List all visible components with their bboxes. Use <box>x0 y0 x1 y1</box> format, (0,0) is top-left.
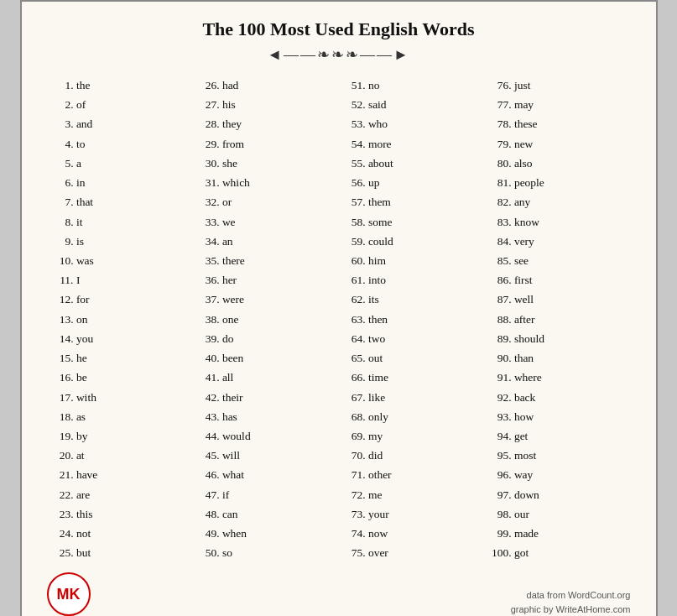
word-number: 5. <box>50 154 74 173</box>
word-text: by <box>76 430 88 442</box>
word-number: 26. <box>196 76 220 95</box>
word-text: our <box>514 508 529 520</box>
word-number: 75. <box>342 543 366 562</box>
list-item: 41. all <box>196 368 336 387</box>
list-item: 62. its <box>342 290 482 309</box>
word-text: should <box>514 332 544 345</box>
list-item: 91. where <box>488 368 628 387</box>
word-number: 54. <box>342 134 366 154</box>
word-text: how <box>514 410 534 423</box>
list-item: 78. these <box>488 114 628 133</box>
word-number: 97. <box>488 485 512 504</box>
word-text: more <box>368 138 392 150</box>
word-text: her <box>222 274 237 286</box>
word-number: 39. <box>196 329 220 348</box>
list-item: 70. did <box>342 446 482 465</box>
word-text: got <box>514 546 529 559</box>
word-number: 35. <box>196 251 220 270</box>
list-item: 86. first <box>488 270 628 290</box>
word-text: is <box>76 235 84 248</box>
word-number: 27. <box>196 95 220 114</box>
list-item: 25. but <box>50 543 190 562</box>
word-text: him <box>368 254 386 267</box>
word-text: no <box>368 79 380 91</box>
word-text: had <box>222 79 239 91</box>
word-number: 1. <box>50 76 74 95</box>
word-number: 41. <box>196 368 220 387</box>
list-item: 49. when <box>196 524 336 543</box>
word-text: from <box>222 138 244 150</box>
list-item: 1. the <box>50 76 190 95</box>
list-item: 19. by <box>50 426 190 446</box>
word-text: up <box>368 176 380 189</box>
word-text: get <box>514 430 529 442</box>
list-item: 85. see <box>488 251 628 270</box>
list-item: 33. we <box>196 212 336 232</box>
word-text: that <box>76 196 93 208</box>
word-text: where <box>514 371 542 384</box>
column-2: 26. had27. his28. they29. from30. she31.… <box>193 76 339 562</box>
list-item: 31. which <box>196 173 336 192</box>
word-number: 81. <box>488 173 512 192</box>
footer: MK data from WordCount.org graphic by Wr… <box>47 572 631 616</box>
word-columns: 1. the2. of3. and4. to5. a6. in7. that8.… <box>47 76 631 562</box>
list-item: 4. to <box>50 134 190 154</box>
word-text: his <box>222 98 236 111</box>
word-number: 16. <box>50 368 74 387</box>
decorative-divider: ◄——❧❧❧——► <box>47 45 631 64</box>
word-text: has <box>222 410 237 423</box>
list-item: 80. also <box>488 154 628 173</box>
word-number: 64. <box>342 329 366 348</box>
word-number: 72. <box>342 485 366 504</box>
word-text: time <box>368 371 388 384</box>
word-number: 74. <box>342 524 366 543</box>
list-item: 27. his <box>196 95 336 114</box>
main-card: The 100 Most Used English Words ◄——❧❧❧——… <box>20 0 658 616</box>
word-number: 68. <box>342 407 366 426</box>
list-item: 45. will <box>196 446 336 465</box>
list-item: 59. could <box>342 232 482 251</box>
word-text: on <box>76 313 88 326</box>
word-number: 76. <box>488 76 512 95</box>
word-number: 8. <box>50 212 74 232</box>
word-text: be <box>76 371 87 384</box>
word-number: 3. <box>50 114 74 133</box>
word-text: after <box>514 313 535 326</box>
word-text: this <box>76 508 93 520</box>
list-item: 38. one <box>196 310 336 329</box>
word-number: 52. <box>342 95 366 114</box>
list-item: 40. been <box>196 348 336 368</box>
word-number: 86. <box>488 270 512 290</box>
list-item: 69. my <box>342 426 482 446</box>
word-text: than <box>514 352 534 364</box>
word-number: 96. <box>488 465 512 484</box>
list-item: 89. should <box>488 329 628 348</box>
list-item: 51. no <box>342 76 482 95</box>
list-item: 90. than <box>488 348 628 368</box>
page-title: The 100 Most Used English Words <box>47 18 631 40</box>
word-number: 25. <box>50 543 74 562</box>
word-number: 24. <box>50 524 74 543</box>
list-item: 34. an <box>196 232 336 251</box>
word-number: 63. <box>342 310 366 329</box>
list-item: 37. were <box>196 290 336 309</box>
list-item: 47. if <box>196 485 336 504</box>
list-item: 17. with <box>50 388 190 407</box>
word-text: one <box>222 313 239 326</box>
list-item: 48. can <box>196 504 336 524</box>
word-text: to <box>76 138 86 150</box>
word-number: 65. <box>342 348 366 368</box>
word-number: 12. <box>50 290 74 309</box>
list-item: 32. or <box>196 192 336 211</box>
word-number: 90. <box>488 348 512 368</box>
word-number: 32. <box>196 192 220 211</box>
word-text: these <box>514 117 538 130</box>
word-number: 51. <box>342 76 366 95</box>
word-text: their <box>222 391 243 404</box>
word-number: 92. <box>488 388 512 407</box>
word-text: some <box>368 216 393 228</box>
word-number: 2. <box>50 95 74 114</box>
word-number: 53. <box>342 114 366 133</box>
list-item: 42. their <box>196 388 336 407</box>
list-item: 23. this <box>50 504 190 524</box>
